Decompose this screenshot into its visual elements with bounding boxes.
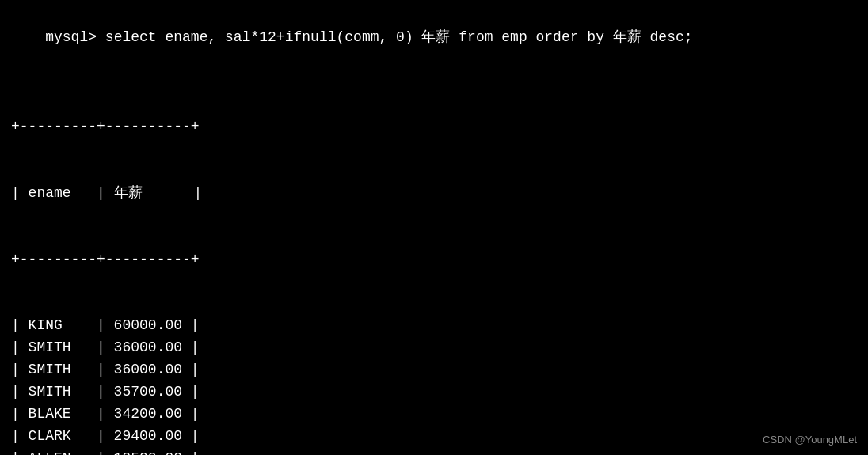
query-result-table: +---------+----------+ | ename | 年薪 | +-… [11,73,857,316]
table-rows-container: | KING | 60000.00 || SMITH | 36000.00 ||… [11,315,857,455]
table-row: | CLARK | 29400.00 | [11,426,857,448]
table-row: | ALLEN | 19500.00 | [11,448,857,455]
prompt: mysql> select ename, sal*12+ifnull(comm,… [45,29,692,45]
table-row: | BLAKE | 34200.00 | [11,404,857,426]
table-row: | KING | 60000.00 | [11,315,857,337]
terminal-window: mysql> select ename, sal*12+ifnull(comm,… [0,0,868,455]
command-line: mysql> select ename, sal*12+ifnull(comm,… [11,8,857,68]
table-row: | SMITH | 36000.00 | [11,359,857,381]
watermark: CSDN @YoungMLet [763,434,857,446]
separator-top: +---------+----------+ [11,116,857,138]
table-row: | SMITH | 35700.00 | [11,381,857,404]
table-row: | SMITH | 36000.00 | [11,337,857,359]
separator-mid: +---------+----------+ [11,249,857,271]
table-header: | ename | 年薪 | [11,183,857,205]
